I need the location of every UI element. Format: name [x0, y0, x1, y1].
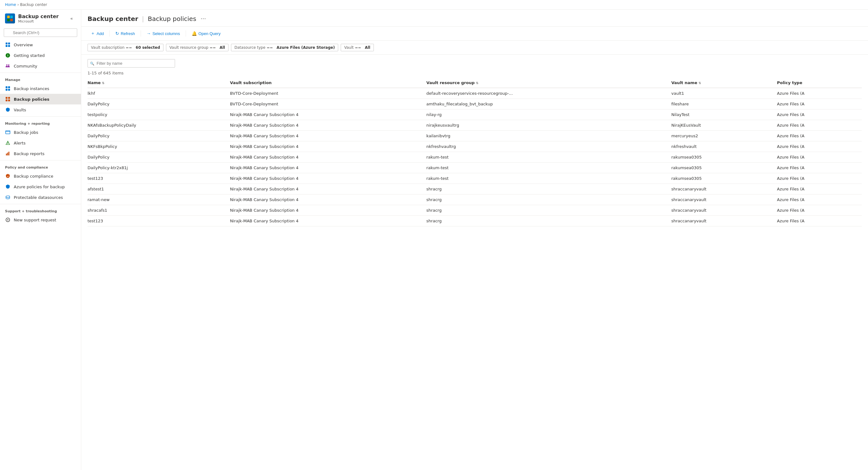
cell-vault_subscription: Nirajk-MAB Canary Subscription 4 — [230, 131, 426, 141]
sidebar-item-azure-policies[interactable]: Azure policies for backup — [0, 181, 81, 192]
cell-vault_subscription: Nirajk-MAB Canary Subscription 4 — [230, 173, 426, 184]
table-row[interactable]: test123Nirajk-MAB Canary Subscription 4s… — [88, 216, 862, 226]
refresh-button[interactable]: ↻ Refresh — [112, 29, 138, 37]
cell-name: test123 — [88, 216, 230, 226]
svg-rect-7 — [8, 45, 10, 47]
table-row[interactable]: ramat-newNirajk-MAB Canary Subscription … — [88, 195, 862, 205]
sidebar-item-getting-started[interactable]: Getting started — [0, 50, 81, 61]
page-subtitle: Backup policies — [148, 15, 196, 23]
cell-vault_resource_group: rakum-test — [426, 152, 672, 163]
select-columns-button[interactable]: → Select columns — [144, 29, 183, 37]
cell-vault_name: nkfreshvault — [672, 141, 777, 152]
breadcrumb-home[interactable]: Home — [5, 2, 16, 7]
sidebar-item-vaults[interactable]: Vaults — [0, 105, 81, 115]
cell-vault_subscription: Nirajk-MAB Canary Subscription 4 — [230, 205, 426, 216]
sidebar-item-new-support-request[interactable]: New support request — [0, 214, 81, 225]
cell-vault_subscription: Nirajk-MAB Canary Subscription 4 — [230, 110, 426, 120]
support-request-icon — [5, 217, 11, 223]
nav-divider-monitoring — [0, 116, 81, 117]
vault_name-sort-icon[interactable]: ⇅ — [699, 81, 701, 85]
sidebar-header: Backup center Microsoft « — [0, 10, 81, 26]
sidebar-item-backup-compliance[interactable]: Backup compliance — [0, 171, 81, 181]
refresh-icon: ↻ — [115, 31, 119, 36]
cell-vault_name: NilayTest — [672, 110, 777, 120]
cell-vault_resource_group: rakum-test — [426, 173, 672, 184]
sidebar-search-input[interactable] — [4, 28, 77, 37]
policy-section-label: Policy and compliance — [0, 162, 81, 171]
page-title: Backup center — [88, 15, 138, 23]
svg-rect-4 — [6, 42, 7, 45]
svg-rect-20 — [8, 152, 9, 155]
sidebar-collapse-button[interactable]: « — [67, 14, 76, 23]
sidebar-item-overview[interactable]: Overview — [0, 39, 81, 50]
table-row[interactable]: test123Nirajk-MAB Canary Subscription 4r… — [88, 173, 862, 184]
sidebar-item-alerts[interactable]: Alerts — [0, 138, 81, 148]
filter-chip-3[interactable]: Vault == All — [341, 44, 374, 51]
table-row[interactable]: shracafs1Nirajk-MAB Canary Subscription … — [88, 205, 862, 216]
table-row[interactable]: afstest1Nirajk-MAB Canary Subscription 4… — [88, 184, 862, 195]
getting-started-icon — [5, 53, 11, 58]
open-query-button[interactable]: 🔔 Open Query — [188, 29, 224, 37]
sidebar-item-backup-policies[interactable]: Backup policies — [0, 94, 81, 105]
cell-vault_subscription: Nirajk-MAB Canary Subscription 4 — [230, 184, 426, 195]
vaults-icon — [5, 107, 11, 113]
sidebar-item-backup-jobs-label: Backup jobs — [14, 130, 38, 135]
items-count: 1-15 of 645 items — [88, 71, 862, 78]
sidebar-item-overview-label: Overview — [14, 42, 33, 47]
open-query-icon: 🔔 — [192, 31, 197, 36]
vault_resource_group-sort-icon[interactable]: ⇅ — [476, 81, 478, 85]
nav-divider-policy — [0, 160, 81, 160]
table-row[interactable]: DailyPolicyNirajk-MAB Canary Subscriptio… — [88, 131, 862, 141]
sidebar-item-community[interactable]: Community — [0, 61, 81, 71]
page-more-button[interactable]: ··· — [199, 15, 208, 23]
breadcrumb: Home › Backup center — [0, 0, 868, 10]
table-row[interactable]: testpolicyNirajk-MAB Canary Subscription… — [88, 110, 862, 120]
page-header: Backup center | Backup policies ··· — [81, 10, 868, 27]
svg-rect-14 — [6, 99, 7, 101]
sidebar-item-backup-jobs[interactable]: Backup jobs — [0, 127, 81, 138]
filter-chip-2[interactable]: Datasource type == Azure Files (Azure St… — [231, 44, 338, 51]
svg-rect-2 — [7, 19, 10, 21]
cell-policy_type: Azure Files (A — [777, 131, 862, 141]
cell-policy_type: Azure Files (A — [777, 99, 862, 110]
add-button[interactable]: ＋ Add — [88, 29, 107, 38]
col-header-vault_name[interactable]: Vault name⇅ — [672, 78, 777, 88]
cell-name: lkhf — [88, 88, 230, 99]
col-header-vault_resource_group[interactable]: Vault resource group⇅ — [426, 78, 672, 88]
nav-divider-manage — [0, 72, 81, 73]
table-row[interactable]: lkhfBVTD-Core-Deploymentdefault-recovery… — [88, 88, 862, 99]
sidebar-item-backup-reports[interactable]: Backup reports — [0, 148, 81, 159]
name-sort-icon[interactable]: ⇅ — [102, 81, 104, 85]
cell-vault_subscription: Nirajk-MAB Canary Subscription 4 — [230, 216, 426, 226]
filter-chip-0[interactable]: Vault subscription == 60 selected — [88, 44, 163, 51]
cell-vault_name: mercuryeus2 — [672, 131, 777, 141]
filter-chip-1[interactable]: Vault resource group == All — [166, 44, 228, 51]
svg-point-21 — [6, 196, 10, 197]
cell-policy_type: Azure Files (A — [777, 152, 862, 163]
col-header-name[interactable]: Name⇅ — [88, 78, 230, 88]
cell-vault_resource_group: rakum-test — [426, 163, 672, 173]
table-row[interactable]: NKFsBkpPolicyNirajk-MAB Canary Subscript… — [88, 141, 862, 152]
cell-vault_name: vault1 — [672, 88, 777, 99]
sidebar-nav: Overview Getting started Community Manag… — [0, 39, 81, 470]
col-header-policy_type: Policy type — [777, 78, 862, 88]
table-row[interactable]: DailyPolicy-ktr2x81jNirajk-MAB Canary Su… — [88, 163, 862, 173]
sidebar-item-getting-started-label: Getting started — [14, 53, 45, 58]
sidebar-item-protectable-datasources[interactable]: Protectable datasources — [0, 192, 81, 203]
filter-by-name-input[interactable] — [88, 59, 175, 67]
cell-vault_resource_group: nkfreshvaultrg — [426, 141, 672, 152]
table-row[interactable]: DailyPolicyBVTD-Core-Deploymentamthaku_f… — [88, 99, 862, 110]
cell-policy_type: Azure Files (A — [777, 120, 862, 131]
sidebar-item-backup-reports-label: Backup reports — [14, 151, 44, 156]
sidebar-item-backup-instances[interactable]: Backup instances — [0, 83, 81, 94]
breadcrumb-current: Backup center — [20, 2, 47, 7]
table-row[interactable]: DailyPolicyNirajk-MAB Canary Subscriptio… — [88, 152, 862, 163]
cell-name: testpolicy — [88, 110, 230, 120]
monitoring-section-label: Monitoring + reporting — [0, 118, 81, 127]
backup-policies-icon — [5, 96, 11, 102]
svg-rect-3 — [10, 19, 13, 21]
cell-policy_type: Azure Files (A — [777, 141, 862, 152]
table-row[interactable]: NKAfsBackupPolicyDailyNirajk-MAB Canary … — [88, 120, 862, 131]
cell-vault_resource_group: default-recoveryservices-resourcegroup-.… — [426, 88, 672, 99]
sidebar-item-community-label: Community — [14, 64, 37, 68]
